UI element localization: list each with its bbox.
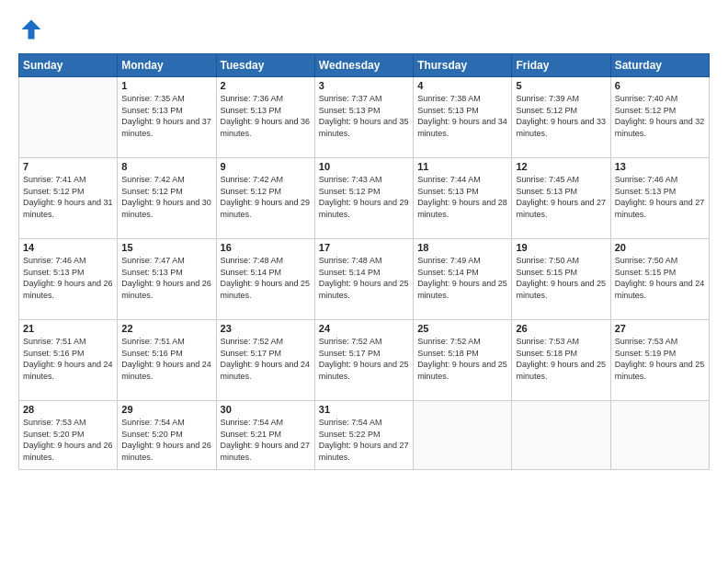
day-info: Sunrise: 7:43 AMSunset: 5:12 PMDaylight:… (319, 174, 409, 220)
week-row-5: 28Sunrise: 7:53 AMSunset: 5:20 PMDayligh… (19, 401, 710, 470)
day-number: 17 (319, 242, 409, 253)
weekday-header-friday: Friday (512, 54, 610, 77)
day-number: 18 (417, 242, 507, 253)
day-info: Sunrise: 7:48 AMSunset: 5:14 PMDaylight:… (319, 255, 409, 301)
calendar-cell: 6Sunrise: 7:40 AMSunset: 5:12 PMDaylight… (610, 77, 709, 158)
day-info: Sunrise: 7:53 AMSunset: 5:18 PMDaylight:… (516, 336, 606, 382)
calendar-cell: 3Sunrise: 7:37 AMSunset: 5:13 PMDaylight… (314, 77, 413, 158)
day-info: Sunrise: 7:35 AMSunset: 5:13 PMDaylight:… (121, 93, 211, 139)
weekday-header-sunday: Sunday (19, 54, 118, 77)
day-info: Sunrise: 7:46 AMSunset: 5:13 PMDaylight:… (615, 174, 705, 220)
day-number: 26 (516, 323, 606, 334)
calendar-cell (512, 401, 610, 470)
calendar-cell: 26Sunrise: 7:53 AMSunset: 5:18 PMDayligh… (512, 320, 610, 401)
day-number: 28 (23, 404, 113, 415)
day-info: Sunrise: 7:52 AMSunset: 5:18 PMDaylight:… (417, 336, 507, 382)
day-number: 14 (23, 242, 113, 253)
calendar-cell: 22Sunrise: 7:51 AMSunset: 5:16 PMDayligh… (118, 320, 216, 401)
calendar-cell: 18Sunrise: 7:49 AMSunset: 5:14 PMDayligh… (414, 239, 512, 320)
day-number: 27 (615, 323, 705, 334)
day-number: 6 (615, 80, 705, 91)
week-row-2: 7Sunrise: 7:41 AMSunset: 5:12 PMDaylight… (19, 158, 710, 239)
day-number: 16 (221, 242, 311, 253)
calendar-cell: 5Sunrise: 7:39 AMSunset: 5:12 PMDaylight… (512, 77, 610, 158)
logo (18, 17, 46, 42)
day-number: 9 (221, 161, 311, 172)
day-info: Sunrise: 7:49 AMSunset: 5:14 PMDaylight:… (417, 255, 507, 301)
weekday-header-saturday: Saturday (610, 54, 709, 77)
day-number: 15 (121, 242, 211, 253)
calendar-cell: 11Sunrise: 7:44 AMSunset: 5:13 PMDayligh… (414, 158, 512, 239)
day-info: Sunrise: 7:51 AMSunset: 5:16 PMDaylight:… (121, 336, 211, 382)
day-info: Sunrise: 7:45 AMSunset: 5:13 PMDaylight:… (516, 174, 606, 220)
calendar-cell: 14Sunrise: 7:46 AMSunset: 5:13 PMDayligh… (19, 239, 118, 320)
day-info: Sunrise: 7:53 AMSunset: 5:20 PMDaylight:… (23, 417, 113, 463)
day-info: Sunrise: 7:54 AMSunset: 5:20 PMDaylight:… (121, 417, 211, 463)
day-number: 20 (615, 242, 705, 253)
day-info: Sunrise: 7:44 AMSunset: 5:13 PMDaylight:… (417, 174, 507, 220)
svg-marker-0 (22, 20, 41, 40)
calendar-cell: 4Sunrise: 7:38 AMSunset: 5:13 PMDaylight… (414, 77, 512, 158)
calendar-cell: 10Sunrise: 7:43 AMSunset: 5:12 PMDayligh… (314, 158, 413, 239)
day-number: 2 (221, 80, 311, 91)
day-info: Sunrise: 7:47 AMSunset: 5:13 PMDaylight:… (121, 255, 211, 301)
calendar-cell: 8Sunrise: 7:42 AMSunset: 5:12 PMDaylight… (118, 158, 216, 239)
day-number: 12 (516, 161, 606, 172)
day-number: 13 (615, 161, 705, 172)
day-number: 7 (23, 161, 113, 172)
day-number: 11 (417, 161, 507, 172)
day-number: 22 (121, 323, 211, 334)
day-info: Sunrise: 7:40 AMSunset: 5:12 PMDaylight:… (615, 93, 705, 139)
day-number: 21 (23, 323, 113, 334)
calendar-table: SundayMondayTuesdayWednesdayThursdayFrid… (18, 53, 710, 470)
calendar-cell: 21Sunrise: 7:51 AMSunset: 5:16 PMDayligh… (19, 320, 118, 401)
header (18, 17, 710, 42)
calendar-cell: 7Sunrise: 7:41 AMSunset: 5:12 PMDaylight… (19, 158, 118, 239)
calendar-cell (414, 401, 512, 470)
day-info: Sunrise: 7:48 AMSunset: 5:14 PMDaylight:… (221, 255, 311, 301)
week-row-1: 1Sunrise: 7:35 AMSunset: 5:13 PMDaylight… (19, 77, 710, 158)
weekday-header-row: SundayMondayTuesdayWednesdayThursdayFrid… (19, 54, 710, 77)
calendar-cell: 24Sunrise: 7:52 AMSunset: 5:17 PMDayligh… (314, 320, 413, 401)
calendar-cell: 15Sunrise: 7:47 AMSunset: 5:13 PMDayligh… (118, 239, 216, 320)
calendar-cell: 1Sunrise: 7:35 AMSunset: 5:13 PMDaylight… (118, 77, 216, 158)
day-number: 5 (516, 80, 606, 91)
day-info: Sunrise: 7:54 AMSunset: 5:22 PMDaylight:… (319, 417, 409, 463)
calendar-cell: 19Sunrise: 7:50 AMSunset: 5:15 PMDayligh… (512, 239, 610, 320)
calendar-cell: 25Sunrise: 7:52 AMSunset: 5:18 PMDayligh… (414, 320, 512, 401)
calendar-cell: 20Sunrise: 7:50 AMSunset: 5:15 PMDayligh… (610, 239, 709, 320)
day-info: Sunrise: 7:38 AMSunset: 5:13 PMDaylight:… (417, 93, 507, 139)
calendar-cell: 23Sunrise: 7:52 AMSunset: 5:17 PMDayligh… (216, 320, 314, 401)
day-info: Sunrise: 7:50 AMSunset: 5:15 PMDaylight:… (615, 255, 705, 301)
weekday-header-thursday: Thursday (414, 54, 512, 77)
day-info: Sunrise: 7:46 AMSunset: 5:13 PMDaylight:… (23, 255, 113, 301)
calendar-cell: 9Sunrise: 7:42 AMSunset: 5:12 PMDaylight… (216, 158, 314, 239)
day-number: 24 (319, 323, 409, 334)
weekday-header-tuesday: Tuesday (216, 54, 314, 77)
day-info: Sunrise: 7:50 AMSunset: 5:15 PMDaylight:… (516, 255, 606, 301)
week-row-3: 14Sunrise: 7:46 AMSunset: 5:13 PMDayligh… (19, 239, 710, 320)
day-info: Sunrise: 7:42 AMSunset: 5:12 PMDaylight:… (121, 174, 211, 220)
day-info: Sunrise: 7:53 AMSunset: 5:19 PMDaylight:… (615, 336, 705, 382)
day-number: 3 (319, 80, 409, 91)
day-info: Sunrise: 7:52 AMSunset: 5:17 PMDaylight:… (221, 336, 311, 382)
calendar-cell: 31Sunrise: 7:54 AMSunset: 5:22 PMDayligh… (314, 401, 413, 470)
day-info: Sunrise: 7:41 AMSunset: 5:12 PMDaylight:… (23, 174, 113, 220)
calendar-cell: 2Sunrise: 7:36 AMSunset: 5:13 PMDaylight… (216, 77, 314, 158)
day-number: 23 (221, 323, 311, 334)
weekday-header-wednesday: Wednesday (314, 54, 413, 77)
week-row-4: 21Sunrise: 7:51 AMSunset: 5:16 PMDayligh… (19, 320, 710, 401)
day-number: 25 (417, 323, 507, 334)
day-number: 30 (221, 404, 311, 415)
calendar-cell (610, 401, 709, 470)
day-number: 1 (121, 80, 211, 91)
day-info: Sunrise: 7:52 AMSunset: 5:17 PMDaylight:… (319, 336, 409, 382)
day-number: 31 (319, 404, 409, 415)
logo-icon (18, 17, 44, 42)
day-number: 8 (121, 161, 211, 172)
day-number: 10 (319, 161, 409, 172)
calendar-cell: 28Sunrise: 7:53 AMSunset: 5:20 PMDayligh… (19, 401, 118, 470)
day-info: Sunrise: 7:51 AMSunset: 5:16 PMDaylight:… (23, 336, 113, 382)
calendar-cell: 17Sunrise: 7:48 AMSunset: 5:14 PMDayligh… (314, 239, 413, 320)
calendar-cell: 12Sunrise: 7:45 AMSunset: 5:13 PMDayligh… (512, 158, 610, 239)
